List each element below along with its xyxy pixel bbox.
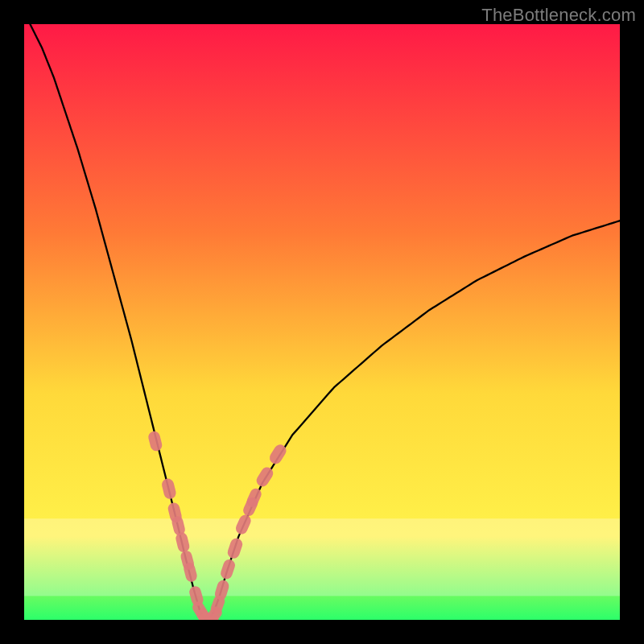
chart-container: TheBottleneck.com [0, 0, 644, 644]
watermark-label: TheBottleneck.com [481, 5, 636, 26]
chart-svg [24, 24, 620, 620]
pale-band [24, 518, 620, 596]
plot-area [24, 24, 620, 620]
